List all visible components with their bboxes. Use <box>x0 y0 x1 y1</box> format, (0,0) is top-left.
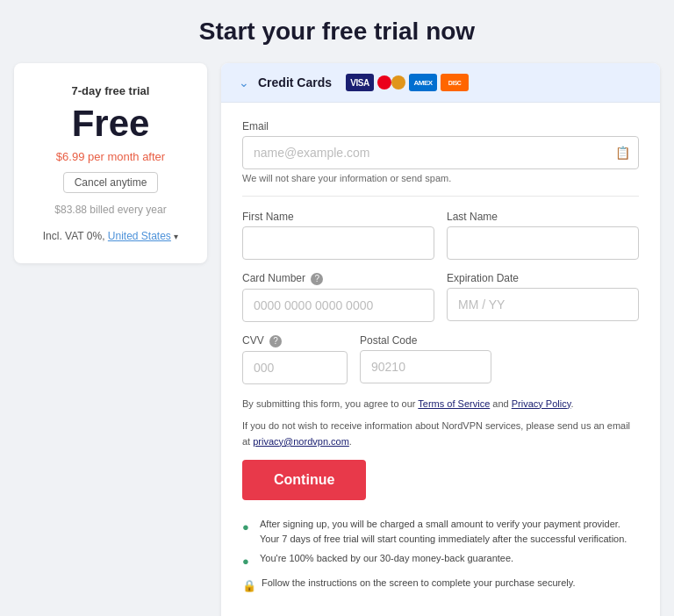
email-input[interactable] <box>242 136 639 169</box>
first-name-group: First Name <box>242 211 434 260</box>
privacy-email-link[interactable]: privacy@nordvpn.com <box>253 436 349 447</box>
credit-card-tab[interactable]: ⌄ Credit Cards VISA AMEX DISC <box>221 63 660 103</box>
card-number-group: Card Number ? <box>242 272 434 322</box>
shield-icon: ● <box>242 553 255 570</box>
chevron-down-icon: ▾ <box>174 232 178 241</box>
cvv-label: CVV ? <box>242 334 348 347</box>
cvv-input[interactable] <box>242 351 348 384</box>
expiry-input[interactable] <box>447 288 639 321</box>
vat-label: Incl. VAT 0%, <box>43 230 105 242</box>
per-month-label: $6.99 per month after <box>32 150 190 163</box>
divider <box>242 196 639 197</box>
card-expiry-row: Card Number ? Expiration Date <box>242 272 639 334</box>
visa-icon: VISA <box>346 74 374 91</box>
postal-group: Postal Code <box>360 334 491 384</box>
guarantee-item-2: ● You're 100% backed by our 30-day money… <box>242 548 639 573</box>
email-icon: 📋 <box>615 146 630 160</box>
expiry-group: Expiration Date <box>447 272 639 322</box>
guarantee-list: ● After signing up, you will be charged … <box>242 514 639 597</box>
name-row: First Name Last Name <box>242 211 639 272</box>
postal-input[interactable] <box>360 350 491 383</box>
cvv-help-icon[interactable]: ? <box>269 335 282 347</box>
discover-icon: DISC <box>441 74 469 91</box>
legal-text-2: If you do not wish to receive informatio… <box>242 419 639 449</box>
expand-chevron-icon: ⌄ <box>239 75 249 90</box>
expiry-label: Expiration Date <box>447 272 639 284</box>
price-free: Free <box>32 103 190 145</box>
vat-info: Incl. VAT 0%, United States ▾ <box>32 230 190 242</box>
lock-icon: 🔒 <box>242 577 256 595</box>
card-number-label: Card Number ? <box>242 272 434 285</box>
country-link[interactable]: United States <box>108 230 171 242</box>
page-title: Start your free trial now <box>0 0 674 63</box>
cancel-label: Cancel anytime <box>63 172 159 193</box>
postal-label: Postal Code <box>360 334 491 347</box>
email-wrapper: 📋 <box>242 136 639 169</box>
amex-icon: AMEX <box>409 74 437 91</box>
continue-button[interactable]: Continue <box>242 460 366 500</box>
email-group: Email 📋 We will not share your informati… <box>242 120 639 183</box>
billed-note: $83.88 billed every year <box>32 204 190 216</box>
mastercard-icon <box>377 74 405 91</box>
tos-link[interactable]: Terms of Service <box>418 398 490 409</box>
cvv-postal-row: CVV ? Postal Code <box>242 334 639 397</box>
email-label: Email <box>242 120 639 133</box>
guarantee-item-1: ● After signing up, you will be charged … <box>242 514 639 548</box>
check-icon: ● <box>242 519 255 536</box>
card-icons: VISA AMEX DISC <box>346 74 469 91</box>
main-content: 7-day free trial Free $6.99 per month af… <box>0 63 674 616</box>
cvv-group: CVV ? <box>242 334 348 384</box>
card-number-input[interactable] <box>242 289 434 322</box>
first-name-input[interactable] <box>242 226 434 260</box>
card-number-help-icon[interactable]: ? <box>311 273 323 285</box>
credit-card-form: Email 📋 We will not share your informati… <box>221 103 660 616</box>
pricing-panel: 7-day free trial Free $6.99 per month af… <box>14 63 207 263</box>
credit-card-label: Credit Cards <box>258 75 332 90</box>
last-name-label: Last Name <box>447 211 639 223</box>
last-name-input[interactable] <box>447 226 639 260</box>
privacy-policy-link[interactable]: Privacy Policy <box>512 398 571 409</box>
last-name-group: Last Name <box>447 211 639 260</box>
payment-panel: ⌄ Credit Cards VISA AMEX DISC Email <box>221 63 660 616</box>
trial-label: 7-day free trial <box>32 84 190 97</box>
spam-note: We will not share your information or se… <box>242 173 639 183</box>
legal-text-1: By submitting this form, you agree to ou… <box>242 397 639 412</box>
first-name-label: First Name <box>242 211 434 223</box>
guarantee-item-3: 🔒 Follow the instructions on the screen … <box>242 573 639 598</box>
